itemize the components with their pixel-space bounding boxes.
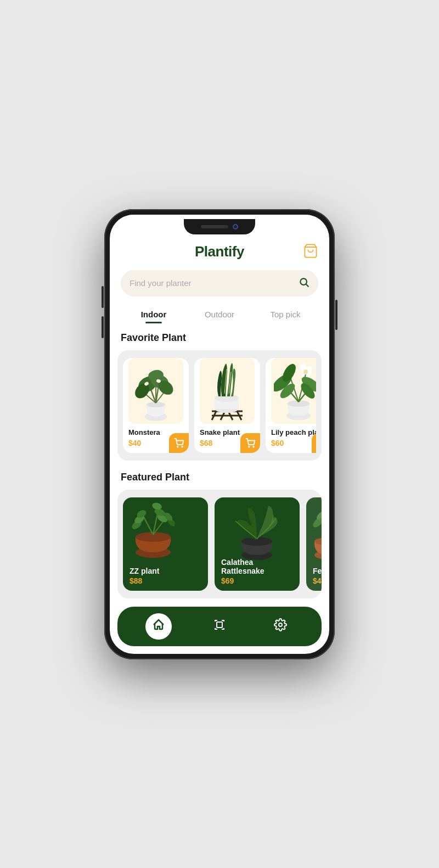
monstera-svg	[131, 363, 181, 424]
calathea-info: Calathea Rattlesnake $69	[215, 552, 300, 591]
tab-outdoor[interactable]: Outdoor	[187, 305, 252, 323]
svg-point-30	[249, 446, 250, 447]
snake-price: $68	[200, 439, 212, 447]
svg-point-73	[279, 623, 282, 626]
lily-svg	[274, 361, 316, 424]
snake-image	[200, 358, 255, 424]
tab-indoor[interactable]: Indoor	[121, 305, 187, 323]
featured-section: Featured Plant	[110, 472, 329, 598]
fern-name: Fern	[313, 567, 322, 575]
favorite-section: Monstera $40	[117, 350, 322, 461]
bottom-nav	[117, 607, 322, 646]
svg-rect-72	[217, 622, 222, 628]
nav-settings[interactable]	[267, 613, 294, 640]
svg-point-31	[253, 446, 254, 447]
zz-name: ZZ plant	[130, 567, 201, 575]
monstera-image	[128, 358, 183, 424]
featured-card-zz[interactable]: ZZ plant $88	[123, 497, 208, 591]
zz-plant-svg	[123, 497, 208, 569]
plant-card-monstera[interactable]: Monstera $40	[123, 358, 189, 453]
phone-screen: Plantify Find your planter	[110, 215, 329, 654]
lily-price-row: $60	[271, 439, 316, 447]
lily-name: Lily peach plant	[271, 428, 316, 436]
settings-icon	[274, 618, 287, 635]
search-icon	[299, 277, 309, 290]
app-title: Plantify	[195, 243, 244, 260]
lily-image	[271, 358, 316, 424]
vol-up-btn	[102, 286, 104, 308]
favorite-section-title: Favorite Plant	[110, 332, 329, 344]
fern-price: $45	[313, 576, 322, 585]
nav-home[interactable]	[145, 613, 172, 640]
svg-point-37	[303, 369, 308, 374]
power-btn	[335, 300, 337, 330]
vol-down-btn	[102, 316, 104, 338]
featured-card-calathea[interactable]: Calathea Rattlesnake $69	[215, 497, 300, 591]
svg-point-1	[300, 278, 307, 285]
fern-info: Fern $45	[306, 561, 322, 591]
notch-camera	[233, 224, 238, 229]
app-header: Plantify	[110, 234, 329, 266]
search-placeholder-text: Find your planter	[130, 278, 293, 288]
zz-price: $88	[130, 576, 201, 585]
fern-svg	[306, 497, 322, 569]
search-bar[interactable]: Find your planter	[121, 270, 318, 296]
lily-add-cart[interactable]	[312, 433, 316, 453]
notch-area	[110, 215, 329, 234]
snake-add-cart[interactable]	[240, 433, 260, 453]
monstera-add-cart[interactable]	[169, 433, 189, 453]
featured-section-title: Featured Plant	[110, 472, 329, 483]
home-icon	[152, 618, 165, 635]
snake-svg	[205, 361, 249, 424]
calathea-name: Calathea Rattlesnake	[221, 558, 293, 575]
scan-icon	[213, 618, 226, 635]
cart-add-icon	[174, 438, 184, 448]
svg-point-17	[177, 446, 178, 447]
category-tabs: Indoor Outdoor Top pick	[110, 305, 329, 323]
svg-point-18	[182, 446, 183, 447]
cart-icon	[303, 243, 318, 259]
calathea-price: $69	[221, 576, 293, 585]
plant-card-snake[interactable]: Snake plant $68	[194, 358, 260, 453]
nav-scan[interactable]	[206, 613, 233, 640]
lily-price: $60	[271, 439, 284, 447]
notch	[184, 219, 255, 234]
featured-card-fern[interactable]: Fern $45	[306, 497, 322, 591]
tab-top-pick[interactable]: Top pick	[252, 305, 318, 323]
svg-line-2	[306, 284, 309, 287]
notch-speaker	[201, 225, 228, 228]
zz-info: ZZ plant $88	[123, 561, 208, 591]
plant-card-lily[interactable]: Lily peach plant $60	[266, 358, 316, 453]
cart-button[interactable]	[303, 243, 318, 261]
cart-add-icon-2	[245, 438, 255, 448]
favorite-plants-row: Monstera $40	[123, 358, 316, 453]
featured-plants-row: ZZ plant $88	[117, 490, 322, 598]
app-content: Plantify Find your planter	[110, 234, 329, 601]
phone-frame: Plantify Find your planter	[104, 209, 335, 659]
monstera-price: $40	[128, 439, 141, 447]
